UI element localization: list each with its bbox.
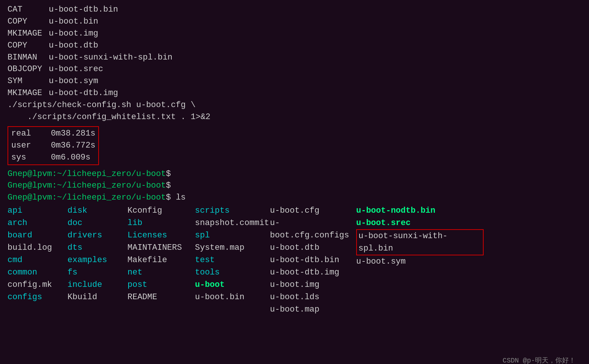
ls-item-systemmap: System.map [195, 242, 270, 254]
cmd-value-objcopy: u-boot.srec [49, 63, 103, 75]
ls-item-spl: spl [195, 229, 270, 242]
ls-item-include: include [67, 279, 127, 291]
cmd-label-mkimage2: MKIMAGE [7, 87, 49, 99]
cmd-label-cat: CAT [7, 4, 49, 16]
watermark: CSDN @p-明天，你好！ [503, 356, 576, 364]
ls-item-ubootimg: u-boot.img [270, 279, 356, 291]
ls-item-ubootdtb: u-boot.dtb [270, 242, 356, 254]
ls-item-buildlog: build.log [7, 242, 67, 254]
terminal-window: CAT u-boot-dtb.bin COPY u-boot.bin MKIMA… [7, 4, 582, 364]
cmd-label-copy2: COPY [7, 40, 49, 52]
build-line-objcopy: OBJCOPY u-boot.srec [7, 63, 582, 75]
ls-item-configmk: config.mk [7, 279, 67, 291]
cmd-value-binman: u-boot-sunxi-with-spl.bin [49, 52, 172, 64]
ls-col4: scripts snapshot.commit spl System.map t… [195, 204, 270, 316]
ls-item-api: api [7, 204, 67, 217]
timing-sys: sys 0m6.009s [11, 152, 95, 164]
cmd-label-sym: SYM [7, 75, 49, 87]
ls-col5: u-boot.cfg u-boot.cfg.configs u-boot.dtb… [270, 204, 356, 316]
prompt-text1: Gnep@lpvm:~/licheepi_zero/u-boot [7, 168, 166, 180]
ls-item-readme: README [127, 291, 195, 303]
cmd-value-cat: u-boot-dtb.bin [49, 4, 118, 16]
cmd-label-objcopy: OBJCOPY [7, 63, 49, 75]
ls-item-drivers: drivers [67, 229, 127, 242]
ls-item-examples: examples [67, 254, 127, 266]
ls-item-ubootcfg: u-boot.cfg [270, 204, 356, 217]
ls-item-disk: disk [67, 204, 127, 217]
prompt-line2: Gnep@lpvm:~/licheepi_zero/u-boot$ [7, 180, 582, 192]
ls-item-uboot: u-boot [195, 279, 270, 291]
ls-item-kbuild: Kbuild [67, 291, 127, 303]
ls-item-lib: lib [127, 217, 195, 229]
build-output: CAT u-boot-dtb.bin COPY u-boot.bin MKIMA… [7, 4, 582, 99]
ls-item-scripts: scripts [195, 204, 270, 217]
ls-item-maintainers: MAINTAINERS [127, 242, 195, 254]
ls-item-doc: doc [67, 217, 127, 229]
ls-item-dts: dts [67, 242, 127, 254]
ls-output: api arch board build.log cmd common conf… [7, 204, 582, 316]
cmd-value-copy2: u-boot.dtb [49, 40, 98, 52]
ls-item-ubootsrec: u-boot.srec [356, 217, 487, 229]
ls-command: ls [176, 192, 186, 204]
ls-item-ubootbin: u-boot.bin [195, 291, 270, 303]
build-line-binman: BINMAN u-boot-sunxi-with-spl.bin [7, 52, 582, 64]
ls-item-makefile: Makefile [127, 254, 195, 266]
script-text1: ./scripts/check-config.sh u-boot.cfg \ [7, 99, 196, 111]
ls-item-licenses: Licenses [127, 229, 195, 242]
build-line-sym: SYM u-boot.sym [7, 75, 582, 87]
ls-col6: u-boot-nodtb.bin u-boot.srec u-boot-sunx… [356, 204, 487, 316]
build-line-copy2: COPY u-boot.dtb [7, 40, 582, 52]
cmd-value-mkimage2: u-boot-dtb.img [49, 87, 118, 99]
script-line2: ./scripts/config_whitelist.txt . 1>&2 [7, 111, 582, 123]
timing-real: real 0m38.281s [11, 128, 95, 140]
ls-item-cmd: cmd [7, 254, 67, 266]
ls-item-ubootcfgconfigs: u-boot.cfg.configs [270, 217, 356, 242]
ls-col1: api arch board build.log cmd common conf… [7, 204, 67, 316]
script-line1: ./scripts/check-config.sh u-boot.cfg \ [7, 99, 582, 111]
prompt-text2: Gnep@lpvm:~/licheepi_zero/u-boot [7, 180, 166, 192]
ls-item-ubootnodtbbin: u-boot-nodtb.bin [356, 204, 487, 217]
ls-item-net: net [127, 266, 195, 279]
build-line-mkimage1: MKIMAGE u-boot.img [7, 28, 582, 40]
ls-item-ubootmap: u-boot.map [270, 303, 356, 316]
ls-item-ubootlds: u-boot.lds [270, 291, 356, 303]
ls-item-ubootsym: u-boot.sym [356, 255, 487, 268]
prompt-dollar3: $ [166, 192, 175, 204]
cmd-value-mkimage1: u-boot.img [49, 28, 98, 40]
ls-item-post: post [127, 279, 195, 291]
prompt-dollar1: $ [166, 168, 171, 180]
ls-item-configs: configs [7, 291, 67, 303]
cmd-value-sym: u-boot.sym [49, 75, 98, 87]
ls-item-ubootdtbimg: u-boot-dtb.img [270, 266, 356, 279]
prompt-dollar2: $ [166, 180, 171, 192]
cmd-label-copy1: COPY [7, 16, 49, 28]
script-text2: ./scripts/config_whitelist.txt . 1>&2 [7, 111, 210, 123]
ls-col3: Kconfig lib Licenses MAINTAINERS Makefil… [127, 204, 195, 316]
build-line-cat: CAT u-boot-dtb.bin [7, 4, 582, 16]
ls-item-ubootdtbbin: u-boot-dtb.bin [270, 254, 356, 266]
timing-box: real 0m38.281s user 0m36.772s sys 0m6.00… [7, 126, 99, 165]
prompt-text3: Gnep@lpvm:~/licheepi_zero/u-boot [7, 192, 166, 204]
cmd-value-copy1: u-boot.bin [49, 16, 98, 28]
highlighted-uboot-sunxi: u-boot-sunxi-with-spl.bin [356, 229, 484, 255]
ls-item-kconfig: Kconfig [127, 204, 195, 217]
timing-user: user 0m36.772s [11, 140, 95, 152]
ls-col2: disk doc drivers dts examples fs include… [67, 204, 127, 316]
ls-item-board: board [7, 229, 67, 242]
ls-item-ubootsunxispl: u-boot-sunxi-with-spl.bin [356, 229, 487, 255]
build-line-mkimage2: MKIMAGE u-boot-dtb.img [7, 87, 582, 99]
cmd-label-binman: BINMAN [7, 52, 49, 64]
ls-item-snapshotcommit: snapshot.commit [195, 217, 270, 229]
ls-item-fs: fs [67, 266, 127, 279]
prompt-line3: Gnep@lpvm:~/licheepi_zero/u-boot$ ls [7, 192, 582, 204]
prompt-line1: Gnep@lpvm:~/licheepi_zero/u-boot$ [7, 168, 582, 180]
ls-item-test: test [195, 254, 270, 266]
cmd-label-mkimage1: MKIMAGE [7, 28, 49, 40]
ls-item-arch: arch [7, 217, 67, 229]
ls-item-common: common [7, 266, 67, 279]
build-line-copy1: COPY u-boot.bin [7, 16, 582, 28]
ls-item-tools: tools [195, 266, 270, 279]
